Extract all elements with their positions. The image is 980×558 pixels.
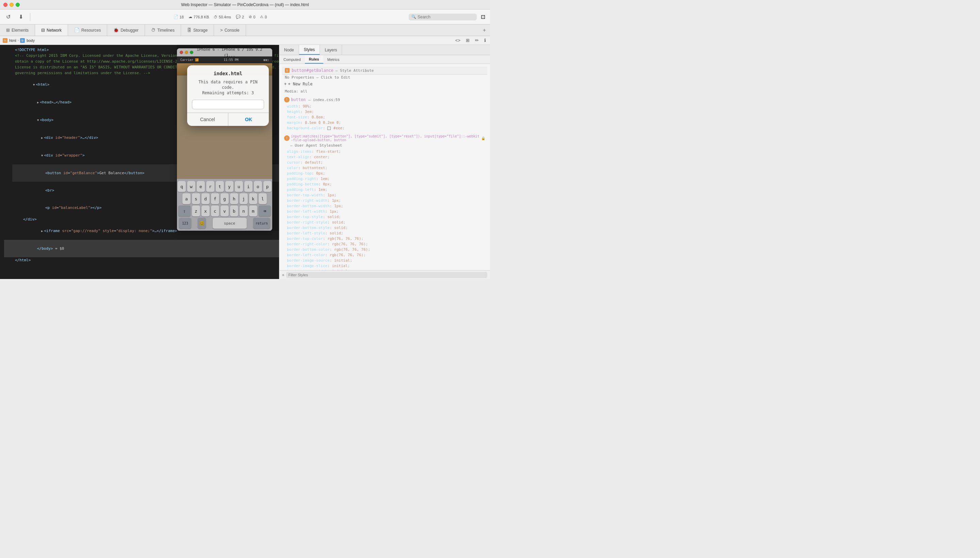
pin-input[interactable] <box>192 100 264 109</box>
ua-rule-blw: border-left-width: 1px; <box>282 209 487 214</box>
lock-icon: 🔒 <box>481 136 485 140</box>
ua-rule-color: color: buttontext; <box>282 165 487 171</box>
ua-rule-btw: border-top-width: 1px; <box>282 192 487 198</box>
new-rule-button[interactable]: + + New Rule <box>282 80 487 88</box>
ua-rule-btc: border-top-color: rgb(76, 76, 76); <box>282 236 487 241</box>
chat-icon: 💬 <box>236 15 241 19</box>
code-line-body-close: </body> = $0 <box>4 240 279 257</box>
tab-styles[interactable]: Styles <box>299 45 320 55</box>
tab-layers[interactable]: Layers <box>320 45 342 55</box>
size-icon: ☁ <box>189 15 192 19</box>
body-badge: b <box>20 38 25 43</box>
tab-network[interactable]: ⊟ Network <box>35 25 68 36</box>
time-value: 50.4ms <box>219 15 231 19</box>
tab-storage[interactable]: 🗄 Storage <box>181 25 214 36</box>
style-rule-width: width: 90%; <box>282 104 487 109</box>
minimize-button[interactable] <box>10 3 14 7</box>
code-line-html-close: </html> <box>0 257 279 263</box>
messages-count: 0 <box>253 15 255 19</box>
ua-rule-textalign: text-align: center; <box>282 154 487 160</box>
ua-rule-bts: border-top-style: solid; <box>282 214 487 220</box>
warnings-count: 0 <box>265 15 267 19</box>
tab-node[interactable]: Node <box>279 45 299 55</box>
dialog-cancel-button[interactable]: Cancel <box>187 113 228 126</box>
tab-debugger-label: Debugger <box>120 28 138 33</box>
close-button[interactable] <box>3 3 8 7</box>
breadcrumb-html[interactable]: h html <box>3 38 16 43</box>
download-button[interactable]: ⬇ <box>16 12 26 21</box>
styles-content: b button#getBalance — Style Attribute No… <box>279 64 490 270</box>
elements-icon: ⊞ <box>6 28 10 33</box>
warning-badge-1: ! <box>284 97 290 102</box>
ua-rule-brs: border-right-style: solid; <box>282 220 487 225</box>
search-input[interactable] <box>417 15 472 20</box>
tab-resources-label: Resources <box>81 28 101 33</box>
tab-console-label: Console <box>225 28 240 33</box>
simulator-container: iPhone 6 - iPhone 6 / iOS 9.2 (1... Carr… <box>177 45 279 231</box>
style-sel-button: button <box>291 97 305 102</box>
tabs-bar: ⊞ Elements ⊟ Network 📄 Resources 🐞 Debug… <box>0 25 490 36</box>
stat-size: ☁ 776.8 KB <box>189 15 209 19</box>
title-bar: Web Inspector — Simulator — PinCodeCordo… <box>0 0 490 10</box>
tab-console[interactable]: > Console <box>214 25 246 36</box>
message-icon: ⊘ <box>249 15 252 19</box>
breadcrumb-body-label: body <box>26 38 35 43</box>
bc-grid-btn[interactable]: ⊞ <box>465 37 471 44</box>
maximize-button[interactable] <box>16 3 20 7</box>
filter-styles-input[interactable] <box>286 272 487 278</box>
toolbar-separator <box>30 13 30 21</box>
plus-icon: + <box>284 82 287 87</box>
style-rule-bgcolor: background-color: #eee; <box>282 126 487 131</box>
ua-rule-align: align-items: flex-start; <box>282 149 487 154</box>
style-rule-height: height: 3em; <box>282 109 487 115</box>
dialog-message: This data requires a PIN code.Remaining … <box>187 78 269 100</box>
storage-icon: 🗄 <box>187 28 192 33</box>
tab-debugger[interactable]: 🐞 Debugger <box>107 25 145 36</box>
toolbar: ↺ ⬇ 📄 18 ☁ 776.8 KB ⏱ 50.4ms 💬 2 ⊘ 0 ⚠ 0… <box>0 10 490 25</box>
dock-button[interactable]: ⊡ <box>479 12 487 21</box>
stat-messages: ⊘ 0 <box>249 15 255 19</box>
search-bar[interactable]: 🔍 <box>409 14 477 20</box>
no-properties: No Properties — Click to Edit <box>282 74 487 80</box>
console-icon: > <box>220 28 223 33</box>
tab-timelines-label: Timelines <box>157 28 174 33</box>
selector-badge: b <box>285 68 290 73</box>
requests-count: 18 <box>180 15 184 19</box>
style-rule-margin: margin: 0.5em 0 0.2em 0; <box>282 120 487 126</box>
filter-bar: ≡ <box>279 270 490 279</box>
filter-icon: ≡ <box>282 273 284 277</box>
ua-rule-bls: border-left-style: solid; <box>282 231 487 236</box>
bc-info-btn[interactable]: ℹ <box>483 37 487 44</box>
bc-code-btn[interactable]: <> <box>454 37 462 44</box>
dialog-ok-button[interactable]: OK <box>228 113 269 126</box>
selector-attr: — Style Attribute <box>335 68 374 73</box>
stat-warnings: ⚠ 0 <box>260 15 267 19</box>
breadcrumb-separator: › <box>18 38 19 42</box>
warning-badge-ua: ! <box>284 135 290 141</box>
ua-rule-blc: border-left-color: rgb(76, 76, 76); <box>282 253 487 258</box>
sub-tab-computed[interactable]: Computed <box>279 55 305 64</box>
tab-add-button[interactable]: + <box>479 25 490 36</box>
main-content: <!DOCTYPE html> <!-- Copyright 2015 IBM … <box>0 45 490 279</box>
tab-storage-label: Storage <box>193 28 208 33</box>
refresh-button[interactable]: ↺ <box>3 12 13 21</box>
toolbar-stats: 📄 18 ☁ 776.8 KB ⏱ 50.4ms 💬 2 ⊘ 0 ⚠ 0 <box>34 15 406 19</box>
code-panel[interactable]: <!DOCTYPE html> <!-- Copyright 2015 IBM … <box>0 45 279 279</box>
sub-tab-metrics[interactable]: Metrics <box>323 55 343 64</box>
tab-timelines[interactable]: ⏱ Timelines <box>145 25 181 36</box>
tab-resources[interactable]: 📄 Resources <box>68 25 107 36</box>
sub-tab-rules[interactable]: Rules <box>305 55 323 64</box>
pin-dialog: index.html This data requires a PIN code… <box>187 65 269 126</box>
window-title: Web Inspector — Simulator — PinCodeCordo… <box>181 2 309 7</box>
tab-elements[interactable]: ⊞ Elements <box>0 25 35 36</box>
traffic-lights <box>3 3 20 7</box>
ua-rule-cursor: cursor: default; <box>282 160 487 165</box>
bc-edit-btn[interactable]: ✏ <box>474 37 480 44</box>
timelines-icon: ⏱ <box>151 28 156 33</box>
style-section-1-selector: ! button — index.css:59 <box>282 97 487 102</box>
breadcrumb-body[interactable]: b body <box>20 38 35 43</box>
selector-row: b button#getBalance — Style Attribute <box>282 67 487 74</box>
time-icon: ⏱ <box>214 15 217 19</box>
new-rule-label: + New Rule <box>288 82 312 87</box>
color-swatch-1 <box>327 126 331 130</box>
